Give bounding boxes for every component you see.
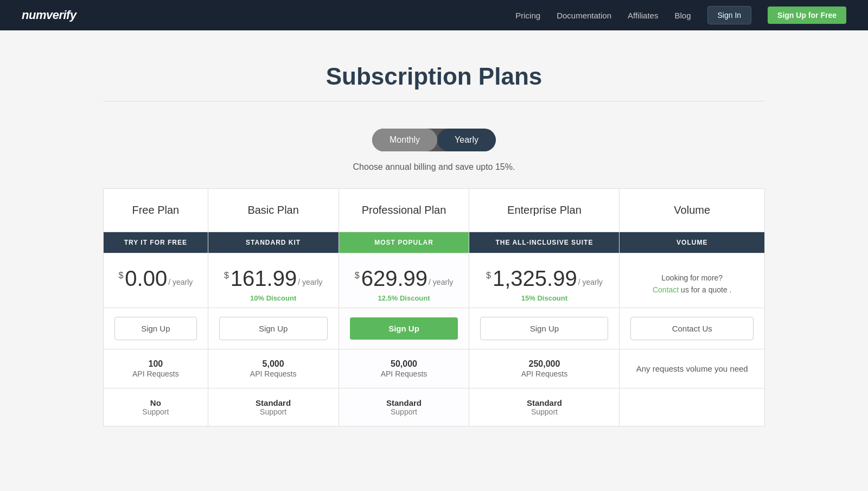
divider: [103, 101, 765, 101]
basic-price-period: / yearly: [298, 278, 322, 286]
basic-price-dollar: $: [224, 271, 229, 280]
basic-api-cell: 5,000 API Requests: [208, 349, 339, 388]
professional-price-amount: 629.99: [361, 266, 427, 291]
enterprise-plan-cta[interactable]: Sign Up: [480, 317, 608, 340]
monthly-toggle-button[interactable]: Monthly: [372, 129, 437, 151]
basic-plan-name: Basic Plan: [208, 189, 339, 232]
free-plan-badge: TRY IT FOR FREE: [104, 232, 208, 253]
signin-button[interactable]: Sign In: [707, 6, 752, 24]
professional-plan-name: Professional Plan: [339, 189, 469, 232]
enterprise-plan-price-cell: $ 1,325.99 / yearly 15% Discount: [469, 253, 620, 308]
volume-contact-link[interactable]: Contact: [653, 285, 679, 294]
nav-link-pricing[interactable]: Pricing: [515, 11, 540, 20]
free-plan-name: Free Plan: [104, 189, 208, 232]
plan-names-row: Free Plan Basic Plan Professional Plan E…: [104, 189, 765, 232]
professional-plan-badge: MOST POPULAR: [339, 232, 469, 253]
plan-cta-row: Sign Up Sign Up Sign Up Sign Up Contact …: [104, 308, 765, 349]
volume-looking-text: Looking for more?: [661, 273, 723, 282]
free-plan-cta[interactable]: Sign Up: [114, 317, 197, 340]
professional-support-sub: Support: [350, 407, 458, 416]
plan-prices-row: $ 0.00 / yearly $ 161.99 / yearly 10% Di…: [104, 253, 765, 308]
nav-link-documentation[interactable]: Documentation: [557, 11, 611, 20]
billing-toggle: Monthly Yearly: [372, 129, 496, 151]
basic-discount: 10% Discount: [219, 294, 328, 302]
volume-api-cell: Any requests volume you need: [620, 349, 765, 388]
enterprise-price-period: / yearly: [578, 278, 603, 286]
free-cta-cell: Sign Up: [104, 308, 208, 349]
basic-cta-cell: Sign Up: [208, 308, 339, 349]
volume-api-label: Any requests volume you need: [636, 364, 748, 373]
enterprise-api-cell: 250,000 API Requests: [469, 349, 620, 388]
enterprise-discount: 15% Discount: [480, 294, 608, 302]
nav-link-blog[interactable]: Blog: [674, 11, 691, 20]
free-price-dollar: $: [118, 271, 123, 280]
free-api-label: API Requests: [132, 369, 179, 378]
basic-price-amount: 161.99: [231, 266, 297, 291]
pricing-table: Free Plan Basic Plan Professional Plan E…: [103, 188, 765, 426]
billing-note: Choose annual billing and save upto 15%.: [103, 162, 765, 172]
yearly-toggle-button[interactable]: Yearly: [437, 129, 496, 151]
logo[interactable]: numverify: [22, 8, 76, 22]
enterprise-support-cell: Standard Support: [469, 388, 620, 426]
free-api-cell: 100 API Requests: [104, 349, 208, 388]
volume-support-cell: [620, 388, 765, 426]
professional-price-dollar: $: [355, 271, 360, 280]
enterprise-plan-badge: THE ALL-INCLUSIVE SUITE: [469, 232, 620, 253]
support-row: No Support Standard Support Standard Sup…: [104, 388, 765, 426]
professional-discount: 12.5% Discount: [350, 294, 458, 302]
free-price-period: / yearly: [168, 278, 193, 286]
free-support-cell: No Support: [104, 388, 208, 426]
basic-plan-badge: STANDARD KIT: [208, 232, 339, 253]
free-support-sub: Support: [114, 407, 197, 416]
free-price-wrap: $ 0.00 / yearly: [114, 266, 197, 291]
professional-support-label: Standard: [350, 398, 458, 407]
main-content: Subscription Plans Monthly Yearly Choose…: [92, 30, 776, 448]
enterprise-cta-cell: Sign Up: [469, 308, 620, 349]
enterprise-price-amount: 1,325.99: [493, 266, 577, 291]
basic-support-cell: Standard Support: [208, 388, 339, 426]
professional-cta-cell: Sign Up: [339, 308, 469, 349]
volume-plan-badge: VOLUME: [620, 232, 765, 253]
billing-toggle-container: Monthly Yearly: [103, 129, 765, 151]
enterprise-price-wrap: $ 1,325.99 / yearly: [480, 266, 608, 291]
signup-button[interactable]: Sign Up for Free: [768, 7, 846, 24]
professional-api-label: API Requests: [381, 369, 427, 378]
volume-quote-text: us for a quote .: [679, 285, 731, 294]
basic-price-wrap: $ 161.99 / yearly: [219, 266, 328, 291]
enterprise-support-sub: Support: [480, 407, 608, 416]
page-title: Subscription Plans: [103, 63, 765, 90]
enterprise-support-label: Standard: [480, 398, 608, 407]
basic-plan-price-cell: $ 161.99 / yearly 10% Discount: [208, 253, 339, 308]
professional-plan-cta[interactable]: Sign Up: [350, 317, 458, 340]
free-api-count: 100: [114, 359, 197, 369]
basic-support-sub: Support: [219, 407, 328, 416]
volume-plan-price-cell: Looking for more? Contact us for a quote…: [620, 253, 765, 308]
nav-link-affiliates[interactable]: Affiliates: [628, 11, 658, 20]
volume-cta-cell: Contact Us: [620, 308, 765, 349]
free-support-label: No: [114, 398, 197, 407]
enterprise-api-label: API Requests: [521, 369, 568, 378]
professional-price-wrap: $ 629.99 / yearly: [350, 266, 458, 291]
basic-api-label: API Requests: [250, 369, 297, 378]
api-requests-row: 100 API Requests 5,000 API Requests 50,0…: [104, 349, 765, 388]
professional-price-period: / yearly: [429, 278, 453, 286]
basic-support-label: Standard: [219, 398, 328, 407]
enterprise-price-dollar: $: [486, 271, 491, 280]
plan-badges-row: TRY IT FOR FREE STANDARD KIT MOST POPULA…: [104, 232, 765, 253]
volume-plan-cta[interactable]: Contact Us: [630, 317, 754, 340]
free-price-amount: 0.00: [125, 266, 167, 291]
basic-api-count: 5,000: [219, 359, 328, 369]
professional-plan-price-cell: $ 629.99 / yearly 12.5% Discount: [339, 253, 469, 308]
basic-plan-cta[interactable]: Sign Up: [219, 317, 328, 340]
volume-plan-name: Volume: [620, 189, 765, 232]
enterprise-plan-name: Enterprise Plan: [469, 189, 620, 232]
enterprise-api-count: 250,000: [480, 359, 608, 369]
professional-api-cell: 50,000 API Requests: [339, 349, 469, 388]
professional-support-cell: Standard Support: [339, 388, 469, 426]
professional-api-count: 50,000: [350, 359, 458, 369]
nav-links: Pricing Documentation Affiliates Blog Si…: [515, 6, 846, 24]
volume-price-text: Looking for more? Contact us for a quote…: [630, 266, 754, 296]
navbar: numverify Pricing Documentation Affiliat…: [0, 0, 868, 30]
free-plan-price-cell: $ 0.00 / yearly: [104, 253, 208, 308]
